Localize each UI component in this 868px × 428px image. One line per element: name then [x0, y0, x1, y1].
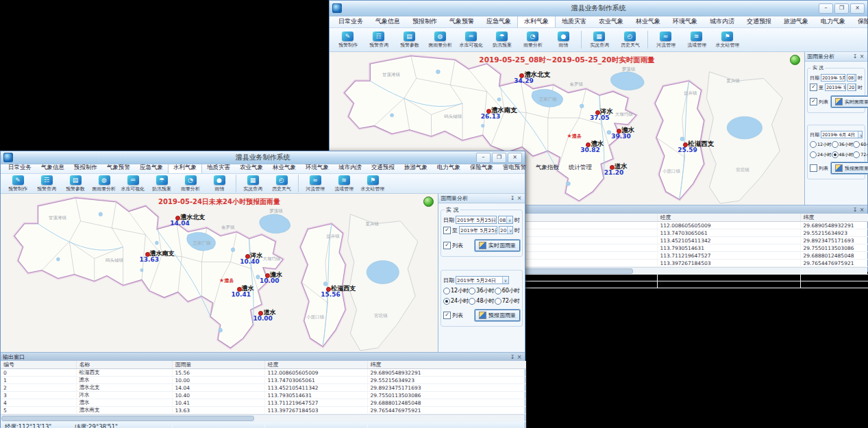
- column-header[interactable]: 面雨量: [172, 361, 264, 369]
- menu-item-11[interactable]: 交通预报: [741, 16, 778, 27]
- tool-edit-warning[interactable]: ✎预警制作: [3, 175, 32, 192]
- to-checkbox[interactable]: ✓: [443, 227, 451, 234]
- radio-12小时[interactable]: 12小时: [810, 141, 832, 148]
- close-icon[interactable]: ×: [516, 195, 523, 201]
- menu-item-4[interactable]: 应急气象: [135, 163, 168, 173]
- menu-item-13[interactable]: 电力气象: [432, 163, 465, 173]
- tool-warning-params[interactable]: ▤预警参数: [394, 32, 425, 49]
- map-green-button[interactable]: [423, 197, 434, 207]
- station-澧水北支[interactable]: 澧水北支14.04: [175, 216, 180, 221]
- menu-item-14[interactable]: 保险气象: [852, 16, 868, 27]
- station-澧水南支[interactable]: 澧水南支13.63: [145, 252, 150, 257]
- close-icon[interactable]: ×: [858, 207, 865, 213]
- radio-48小时[interactable]: 48小时: [469, 297, 494, 305]
- menu-item-0[interactable]: 日常业务: [332, 16, 369, 27]
- radio-24小时[interactable]: 24小时: [810, 151, 832, 158]
- radio-12小时[interactable]: 12小时: [443, 287, 469, 294]
- forecast-date-combo[interactable]: 2019年 6月 4日∨: [821, 131, 863, 138]
- map-green-button[interactable]: [790, 55, 800, 65]
- tool-flood-plan[interactable]: ☂防汛预案: [486, 32, 517, 49]
- menu-item-7[interactable]: 农业气象: [593, 16, 630, 27]
- tool-rain-analysis[interactable]: ◔雨量分析: [517, 32, 548, 49]
- tool-flood-plan[interactable]: ☂防汛预案: [147, 175, 176, 192]
- horizontal-scrollbar[interactable]: [1, 414, 525, 421]
- pin-icon[interactable]: ↧: [852, 207, 858, 213]
- menu-item-10[interactable]: 城市内涝: [704, 16, 741, 27]
- close-icon[interactable]: ×: [516, 354, 523, 360]
- radio-36小时[interactable]: 36小时: [469, 287, 494, 294]
- pin-icon[interactable]: ↧: [509, 195, 516, 201]
- close-button[interactable]: ×: [508, 153, 522, 163]
- menu-item-14[interactable]: 保险气象: [465, 163, 498, 173]
- radio-60小时[interactable]: 60小时: [853, 141, 868, 148]
- tool-rain-info[interactable]: ●雨情: [548, 32, 579, 49]
- menu-item-10[interactable]: 城市内涝: [334, 163, 367, 173]
- tool-river-manage[interactable]: ≈河流管理: [301, 175, 330, 192]
- column-header[interactable]: 经度: [657, 214, 800, 222]
- list-checkbox[interactable]: [810, 164, 817, 172]
- menu-item-12[interactable]: 旅游气象: [778, 16, 815, 27]
- tool-edit-warning[interactable]: ✎预警制作: [332, 32, 363, 49]
- close-icon[interactable]: ×: [858, 53, 865, 60]
- maximize-button[interactable]: ❐: [834, 3, 849, 14]
- close-button[interactable]: ×: [850, 3, 865, 14]
- tool-hydro-station[interactable]: ⚑水文站管理: [358, 175, 387, 192]
- end-hour-combo[interactable]: 20∨: [847, 84, 856, 91]
- tool-area-rainfall[interactable]: ◍面雨量分析: [425, 32, 456, 49]
- tool-live-query[interactable]: ▦实况查询: [238, 175, 267, 192]
- list-checkbox[interactable]: ✓: [810, 98, 817, 105]
- menu-item-16[interactable]: 气象指数: [531, 163, 564, 173]
- table-row[interactable]: 1澹水10.00113.7470306506129.55215634923: [1, 377, 525, 384]
- forecast-rainfall-button[interactable]: 预报面雨量: [831, 162, 868, 174]
- maximize-button[interactable]: ❐: [492, 153, 506, 163]
- menu-item-12[interactable]: 旅游气象: [399, 163, 432, 173]
- tool-reservoir[interactable]: ♒水库可视化: [456, 32, 486, 49]
- table-row[interactable]: 2澧水北支14.04113.45210541134229.89234751716…: [1, 384, 525, 392]
- table-row[interactable]: 0松滋西支15.56112.00860560500929.68905489322…: [1, 369, 525, 377]
- pin-icon[interactable]: ↧: [852, 53, 858, 60]
- column-header[interactable]: 经度: [264, 361, 367, 369]
- menu-item-1[interactable]: 气象信息: [369, 16, 406, 27]
- radio-72小时[interactable]: 72小时: [853, 151, 868, 158]
- tool-history-weather[interactable]: ◴历史天气: [267, 175, 296, 192]
- menu-item-11[interactable]: 交通预报: [367, 163, 399, 173]
- menu-item-9[interactable]: 环境气象: [667, 16, 704, 27]
- menu-item-6[interactable]: 地质灾害: [556, 16, 593, 27]
- start-hour-combo[interactable]: 08∨: [847, 74, 856, 81]
- menu-item-6[interactable]: 地质灾害: [202, 163, 235, 173]
- tool-basin-manage[interactable]: ≋流域管理: [681, 32, 712, 49]
- menu-item-1[interactable]: 气象信息: [36, 163, 69, 173]
- tool-live-query[interactable]: ▦实况查询: [584, 32, 615, 49]
- radio-36小时[interactable]: 36小时: [832, 141, 854, 148]
- station-道水[interactable]: 道水10.00: [258, 311, 263, 316]
- menu-item-2[interactable]: 预报制作: [406, 16, 443, 27]
- column-header[interactable]: 名称: [76, 361, 172, 369]
- back-titlebar[interactable]: 澧县业务制作系统 – ❐ ×: [330, 1, 867, 16]
- menu-item-15[interactable]: 雷电预警: [498, 163, 531, 173]
- tool-river-manage[interactable]: ≈河流管理: [650, 32, 681, 49]
- minimize-button[interactable]: –: [476, 153, 491, 163]
- tool-hydro-station[interactable]: ⚑水文站管理: [712, 32, 743, 49]
- station-涔水[interactable]: 涔水10.40: [245, 254, 250, 259]
- station-澹水[interactable]: 澹水39.30: [617, 129, 621, 134]
- tool-rain-analysis[interactable]: ◔雨量分析: [176, 175, 205, 192]
- station-澧水[interactable]: 澧水30.82: [586, 142, 591, 147]
- tool-warning-params[interactable]: ▤预警参数: [61, 175, 90, 192]
- station-松滋西支[interactable]: 松滋西支25.59: [683, 142, 688, 147]
- end-hour-combo[interactable]: 20∨: [499, 226, 513, 234]
- station-松滋西支[interactable]: 松滋西支15.56: [326, 287, 331, 292]
- menu-item-5[interactable]: 水利气象: [517, 16, 556, 27]
- menu-item-17[interactable]: 统计管理: [564, 163, 597, 173]
- forecast-date-combo[interactable]: 2019年 5月24日∨: [456, 276, 509, 284]
- column-header[interactable]: 纬度: [367, 361, 525, 369]
- station-澧水北支[interactable]: 澧水北支34.29: [519, 73, 524, 78]
- start-date-combo[interactable]: 2019年 5月25日∨: [821, 74, 845, 81]
- tool-reservoir[interactable]: ♒水库可视化: [119, 175, 147, 192]
- map-area[interactable]: 2019-05-24日未来24小时预报面雨量 澧水北支14.04澧水南支13.6…: [1, 194, 438, 352]
- table-row[interactable]: [1, 422, 525, 428]
- menu-item-8[interactable]: 林业气象: [268, 163, 301, 173]
- end-date-combo[interactable]: 2019年 5月25日∨: [825, 84, 846, 91]
- list-checkbox[interactable]: ✓: [443, 312, 451, 319]
- front-titlebar[interactable]: 澧县业务制作系统 – ❐ ×: [1, 151, 525, 164]
- station-澧水南支[interactable]: 澧水南支26.13: [486, 109, 491, 114]
